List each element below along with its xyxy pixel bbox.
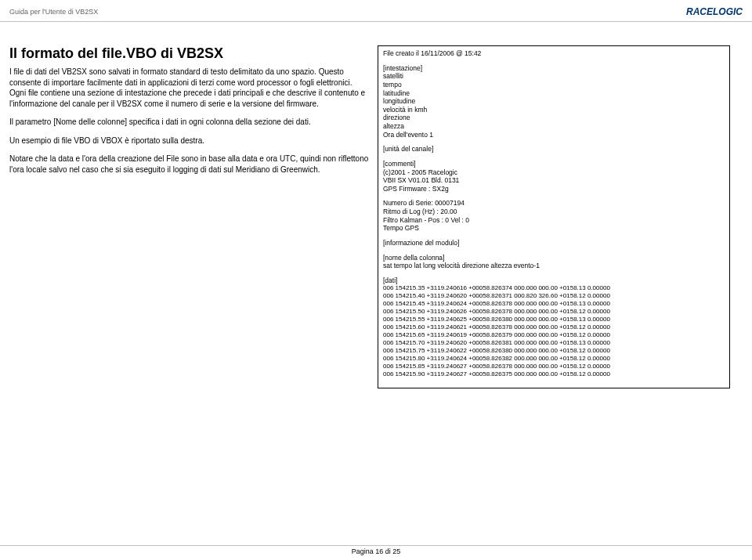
header-section: [intestazione] satelliti tempo latitudin… [383, 64, 725, 139]
file-created-line: File creato il 16/11/2006 @ 15:42 [383, 49, 725, 58]
data-row: 006 154215.45 +3119.240624 +00058.826378… [383, 300, 725, 308]
serial-line: Numero di Serie: 00007194 [383, 199, 725, 208]
hdr-item: velocità in kmh [383, 106, 725, 114]
data-row: 006 154215.35 +3119.240616 +00058.826374… [383, 284, 725, 292]
module-info-section: [informazione del modulo] [383, 239, 725, 247]
colname-section: [nome della colonna] sat tempo lat long … [383, 254, 725, 270]
section-heading: Il formato del file.VBO di VB2SX [9, 45, 370, 62]
colnames-line: sat tempo lat long velocità direzione al… [383, 262, 725, 270]
brand-logo: RACELOGIC [686, 6, 743, 17]
data-row: 006 154215.55 +3119.240625 +00058.826380… [383, 316, 725, 323]
data-row: 006 154215.75 +3119.240622 +00058.826380… [383, 347, 725, 355]
unit-section: [unità del canale] [383, 145, 725, 154]
data-row: 006 154215.90 +3119.240627 +00058.826375… [383, 370, 725, 378]
data-row: 006 154215.70 +3119.240620 +00058.826381… [383, 339, 725, 347]
rate-line: Ritmo di Log (Hz) : 20.00 [383, 208, 725, 216]
colname-label: [nome della colonna] [383, 254, 725, 262]
hdr-item: satelliti [383, 72, 725, 81]
data-row: 006 154215.40 +3119.240620 +00058.826371… [383, 292, 725, 300]
comment-line: GPS Firmware : SX2g [383, 185, 725, 193]
data-rows: 006 154215.35 +3119.240616 +00058.826374… [383, 284, 725, 378]
data-row: 006 154215.65 +3119.240619 +00058.826379… [383, 331, 725, 339]
data-row: 006 154215.85 +3119.240627 +00058.826378… [383, 363, 725, 370]
comments-label: [commenti] [383, 160, 725, 168]
data-section: [dati] 006 154215.35 +3119.240616 +00058… [383, 276, 725, 379]
hdr-item: altezza [383, 122, 725, 131]
comment-line: VBII SX V01.01 Bld. 0131 [383, 176, 725, 185]
paragraph-2: Il parametro [Nome delle colonne] specif… [9, 117, 370, 128]
meta-section: Numero di Serie: 00007194 Ritmo di Log (… [383, 199, 725, 233]
paragraph-1: I file di dati del VB2SX sono salvati in… [9, 67, 370, 109]
tempo-gps-line: Tempo GPS [383, 224, 725, 233]
hdr-item: Ora dell'evento 1 [383, 131, 725, 139]
hdr-item: latitudine [383, 89, 725, 98]
hdr-item: longitudine [383, 97, 725, 106]
paragraph-3: Un esempio di file VBO di VBOX è riporta… [9, 135, 370, 146]
page-header: Guida per l'Utente di VB2SX RACELOGIC [0, 0, 752, 22]
data-row: 006 154215.50 +3119.240626 +00058.826378… [383, 308, 725, 316]
doc-title: Guida per l'Utente di VB2SX [9, 8, 98, 16]
header-section-label: [intestazione] [383, 64, 725, 73]
hdr-item: direzione [383, 114, 725, 122]
data-row: 006 154215.60 +3119.240621 +00058.826378… [383, 323, 725, 331]
paragraph-4: Notare che la data e l'ora della creazio… [9, 154, 370, 175]
page-content: Il formato del file.VBO di VB2SX I file … [0, 22, 752, 398]
page-number: Pagina 16 di 25 [352, 547, 401, 555]
comments-section: [commenti] (c)2001 - 2005 Racelogic VBII… [383, 160, 725, 193]
file-example-box: File creato il 16/11/2006 @ 15:42 [intes… [378, 45, 730, 388]
data-label: [dati] [383, 276, 725, 285]
data-row: 006 154215.80 +3119.240624 +00058.826382… [383, 355, 725, 363]
page-footer: Pagina 16 di 25 [0, 545, 752, 555]
comment-line: (c)2001 - 2005 Racelogic [383, 168, 725, 177]
kalman-line: Filtro Kalman - Pos : 0 Vel : 0 [383, 216, 725, 225]
left-column: Il formato del file.VBO di VB2SX I file … [9, 45, 370, 388]
logo-main-text: RACELOGIC [686, 6, 743, 17]
hdr-item: tempo [383, 81, 725, 89]
